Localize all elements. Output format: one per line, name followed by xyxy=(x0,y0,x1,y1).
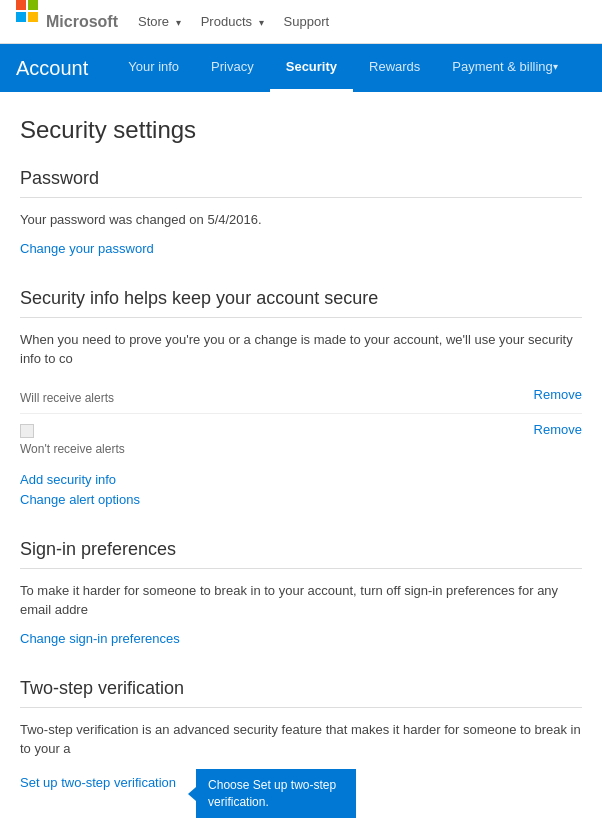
store-nav-link[interactable]: Store ▾ xyxy=(138,14,181,29)
remove-link-2[interactable]: Remove xyxy=(534,422,582,437)
top-nav-links: Store ▾ Products ▾ Support xyxy=(138,14,329,29)
security-info-section: Security info helps keep your account se… xyxy=(20,288,582,511)
products-arrow-icon: ▾ xyxy=(259,17,264,28)
two-step-section: Two-step verification Two-step verificat… xyxy=(20,678,582,819)
password-section: Password Your password was changed on 5/… xyxy=(20,168,582,260)
privacy-nav-link[interactable]: Privacy xyxy=(195,44,270,92)
sign-in-section-title: Sign-in preferences xyxy=(20,539,582,569)
change-password-link[interactable]: Change your password xyxy=(20,241,154,256)
account-nav-links: Your info Privacy Security Rewards Payme… xyxy=(112,44,574,92)
change-alert-options-link[interactable]: Change alert options xyxy=(20,492,140,507)
security-info-left-2: Won't receive alerts xyxy=(20,422,125,456)
top-navigation: Microsoft Store ▾ Products ▾ Support xyxy=(0,0,602,44)
security-info-rows: Will receive alerts Remove Won't receive… xyxy=(20,379,582,464)
security-info-row-2: Won't receive alerts Remove xyxy=(20,414,582,464)
products-nav-link[interactable]: Products ▾ xyxy=(201,14,264,29)
account-label: Account xyxy=(16,57,88,80)
add-security-info-link[interactable]: Add security info xyxy=(20,472,582,487)
rewards-nav-link[interactable]: Rewards xyxy=(353,44,436,92)
security-info-entry-2 xyxy=(20,422,125,438)
payment-arrow-icon: ▾ xyxy=(553,61,558,72)
tooltip-arrow-icon xyxy=(188,787,196,801)
security-info-left-1: Will receive alerts xyxy=(20,387,114,405)
payment-billing-nav-link[interactable]: Payment & billing ▾ xyxy=(436,44,573,92)
page-title: Security settings xyxy=(20,116,582,144)
support-nav-link[interactable]: Support xyxy=(284,14,330,29)
security-info-description: When you need to prove you're you or a c… xyxy=(20,330,582,369)
remove-link-1[interactable]: Remove xyxy=(534,387,582,402)
two-step-setup-row: Set up two-step verification Choose Set … xyxy=(20,769,582,819)
your-info-nav-link[interactable]: Your info xyxy=(112,44,195,92)
tooltip-text: Choose Set up two-step verification. xyxy=(208,778,336,809)
security-info-alert-label-2: Won't receive alerts xyxy=(20,442,125,456)
two-step-section-title: Two-step verification xyxy=(20,678,582,708)
security-info-alert-label-1: Will receive alerts xyxy=(20,391,114,405)
security-info-badge-2 xyxy=(20,424,34,438)
two-step-description: Two-step verification is an advanced sec… xyxy=(20,720,582,759)
microsoft-logo-text: Microsoft xyxy=(46,0,118,44)
security-info-row-1: Will receive alerts Remove xyxy=(20,379,582,414)
sign-in-description: To make it harder for someone to break i… xyxy=(20,581,582,620)
store-arrow-icon: ▾ xyxy=(176,17,181,28)
microsoft-logo: Microsoft xyxy=(16,0,118,44)
change-sign-in-link[interactable]: Change sign-in preferences xyxy=(20,631,180,646)
setup-two-step-link[interactable]: Set up two-step verification xyxy=(20,775,176,790)
security-nav-link[interactable]: Security xyxy=(270,44,353,92)
account-navigation: Account Your info Privacy Security Rewar… xyxy=(0,44,602,92)
main-content: Security settings Password Your password… xyxy=(0,92,602,821)
password-section-title: Password xyxy=(20,168,582,198)
sign-in-section: Sign-in preferences To make it harder fo… xyxy=(20,539,582,650)
password-status-text: Your password was changed on 5/4/2016. xyxy=(20,210,582,230)
tooltip-box: Choose Set up two-step verification. xyxy=(196,769,356,819)
security-info-section-title: Security info helps keep your account se… xyxy=(20,288,582,318)
